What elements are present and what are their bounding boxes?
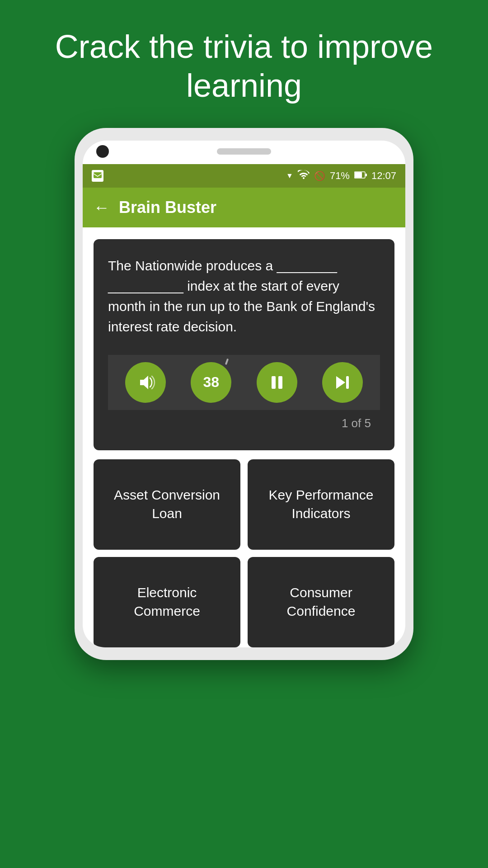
svg-rect-4: [272, 376, 276, 389]
status-right: ▼ 🚫 71% 12:07: [286, 170, 396, 182]
controls-bar: 38: [108, 355, 380, 410]
no-sim-icon: 🚫: [314, 170, 325, 181]
phone-speaker: [217, 148, 271, 155]
option-4[interactable]: Consumer Confidence: [248, 557, 394, 647]
phone-notch: [83, 141, 405, 164]
option-3[interactable]: Electronic Commerce: [94, 557, 240, 647]
question-card: The Nationwide produces a ________ _____…: [94, 239, 394, 450]
app-bar-title: Brain Buster: [119, 198, 216, 217]
sound-button[interactable]: [125, 362, 166, 403]
svg-rect-0: [94, 172, 102, 178]
status-left: [92, 170, 103, 182]
skip-button[interactable]: [322, 362, 363, 403]
wifi-icon: [298, 170, 310, 182]
hero-title: Crack the trivia to improve learning: [0, 0, 488, 128]
question-text: The Nationwide produces a ________ _____…: [108, 255, 380, 337]
timer-button[interactable]: 38: [191, 362, 231, 403]
signal-dropdown-icon: ▼: [286, 172, 293, 180]
question-counter: 1 of 5: [108, 410, 380, 441]
pause-button[interactable]: [257, 362, 297, 403]
option-1[interactable]: Asset Conversion Loan: [94, 459, 240, 550]
app-bar: ← Brain Buster: [83, 188, 405, 227]
svg-rect-3: [366, 174, 367, 176]
notification-icon: [92, 170, 103, 182]
option-2-label: Key Performance Indicators: [257, 486, 385, 523]
back-button[interactable]: ←: [94, 198, 110, 217]
svg-rect-2: [355, 172, 362, 178]
option-1-label: Asset Conversion Loan: [103, 486, 231, 523]
battery-icon: [354, 170, 367, 182]
timer-tick: [225, 359, 229, 365]
options-grid: Asset Conversion Loan Key Performance In…: [83, 450, 405, 647]
phone-frame: ▼ 🚫 71% 12:07: [75, 128, 413, 660]
timer-value: 38: [203, 374, 219, 391]
phone-screen: ▼ 🚫 71% 12:07: [83, 164, 405, 647]
front-camera: [96, 145, 109, 158]
svg-rect-5: [278, 376, 282, 389]
option-3-label: Electronic Commerce: [103, 584, 231, 620]
svg-rect-6: [346, 376, 349, 389]
status-bar: ▼ 🚫 71% 12:07: [83, 164, 405, 188]
option-4-label: Consumer Confidence: [257, 584, 385, 620]
clock: 12:07: [371, 170, 396, 182]
option-2[interactable]: Key Performance Indicators: [248, 459, 394, 550]
battery-percent: 71%: [330, 170, 350, 182]
